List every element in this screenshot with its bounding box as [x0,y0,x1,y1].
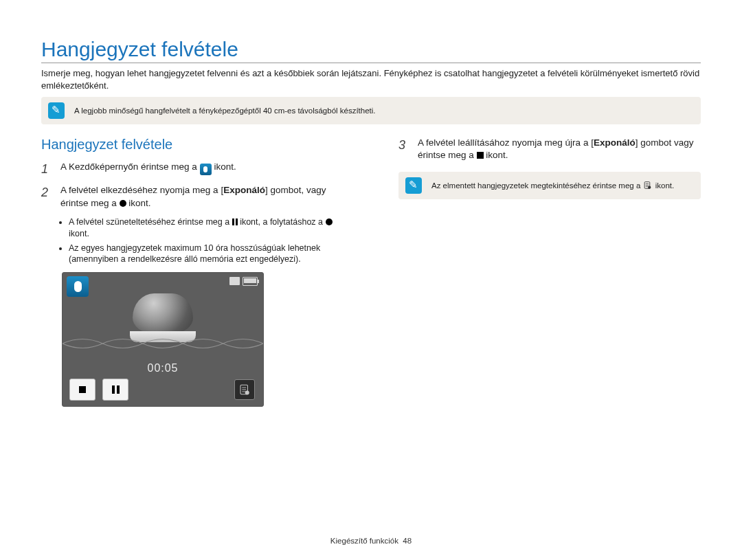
step-2-text: A felvétel elkezdéséhez nyomja meg a [Ex… [60,184,344,209]
recording-timer: 00:05 [147,362,178,374]
pause-button[interactable] [102,379,128,401]
step-number: 3 [398,137,411,161]
recorder-mode-icon [67,276,89,297]
page-title: Hangjegyzet felvétele [41,38,701,63]
intro-text: Ismerje meg, hogyan lehet hangjegyzetet … [41,67,701,91]
waveform-decoration [63,333,263,354]
tip-text: Az elmentett hangjegyzetek megtekintéséh… [431,181,674,190]
content-columns: Hangjegyzet felvétele 1 A Kezdőképernyőn… [41,137,701,407]
battery-icon [243,277,258,286]
note-icon [48,102,65,119]
svg-point-4 [245,391,249,395]
stop-icon [79,386,86,393]
recorder-screenshot: 00:05 [62,272,264,407]
right-column: 3 A felvétel leállításához nyomja meg új… [398,137,701,407]
list-item: A felvétel szüneteltetéséhez érintse meg… [69,216,344,240]
manual-page: Hangjegyzet felvétele Ismerje meg, hogya… [0,0,742,560]
stop-button[interactable] [69,379,95,401]
pause-icon [232,219,238,225]
step-1: 1 A Kezdőképernyőn érintse meg a ikont. [41,161,344,177]
step-2-bullets: A felvétel szüneteltetéséhez érintse meg… [69,216,344,266]
step-2: 2 A felvétel elkezdéséhez nyomja meg a [… [41,184,344,209]
list-item: Az egyes hangjegyzetek maximum 10 óra ho… [69,243,344,266]
step-3-text: A felvétel leállításához nyomja meg újra… [418,137,701,161]
note-icon [405,177,422,194]
record-dot-icon [120,200,126,207]
memo-list-icon [238,383,251,396]
tip-box-distance: A legjobb minőségű hangfelvételt a fényk… [41,97,701,124]
svg-point-9 [649,186,651,189]
record-dot-icon [326,219,333,225]
tip-box-playback: Az elmentett hangjegyzetek megtekintéséh… [398,172,701,199]
sd-card-icon [229,277,240,285]
tip-text: A legjobb minőségű hangfelvételt a fényk… [74,107,376,115]
memo-list-icon [642,181,653,190]
recorder-controls [69,379,128,401]
step-1-text: A Kezdőképernyőn érintse meg a ikont. [60,161,344,177]
pause-icon [112,385,120,394]
footer-page-number: 48 [403,537,412,545]
step-number: 2 [41,184,54,209]
page-footer: Kiegészítő funkciók 48 [0,537,742,545]
left-column: Hangjegyzet felvétele 1 A Kezdőképernyőn… [41,137,344,407]
stop-square-icon [477,152,484,159]
footer-section: Kiegészítő funkciók [330,537,398,545]
status-icons [229,277,258,286]
section-heading: Hangjegyzet felvétele [41,137,344,153]
memo-list-button[interactable] [234,379,255,400]
step-number: 1 [41,161,54,177]
step-3: 3 A felvétel leállításához nyomja meg új… [398,137,701,161]
microphone-icon [200,164,212,175]
